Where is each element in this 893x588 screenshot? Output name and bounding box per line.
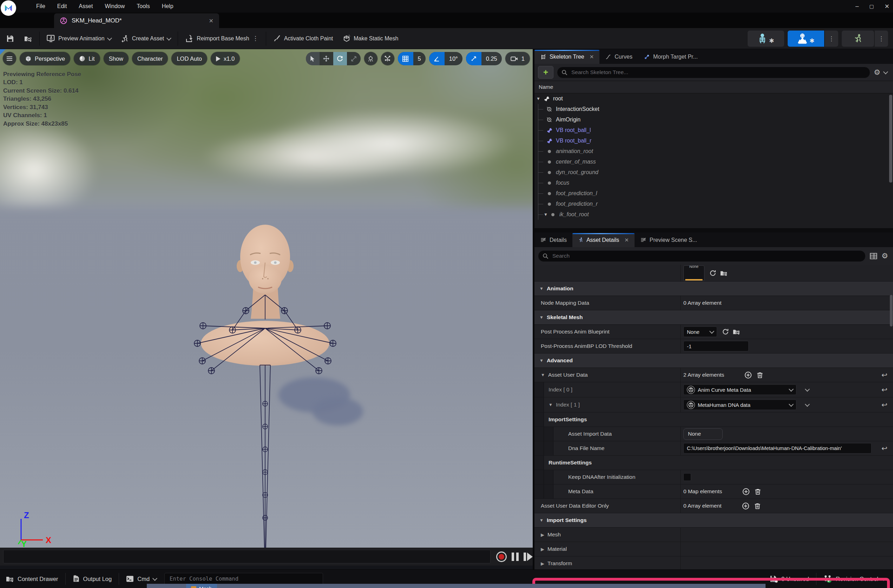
expander-icon[interactable]: ▼ xyxy=(540,315,544,320)
viewport-menu-button[interactable] xyxy=(3,52,16,65)
number-input[interactable]: -1 xyxy=(683,341,749,351)
expander-icon[interactable]: ▼ xyxy=(540,518,544,523)
skeleton-search-box[interactable] xyxy=(557,67,870,78)
playback-speed-button[interactable]: x1.0 xyxy=(211,52,240,65)
tree-column-header[interactable]: Name xyxy=(534,81,893,93)
property-label-cell[interactable]: Meta Data xyxy=(534,484,681,498)
property-label-cell[interactable]: Asset User Data Editor Only xyxy=(534,499,681,513)
property-label-cell[interactable]: Keep DNAAfter Initialization xyxy=(534,470,681,484)
content-drawer-button[interactable]: Content Drawer xyxy=(0,570,64,588)
expander-icon[interactable]: ▶ xyxy=(541,547,544,552)
section-skeletal-mesh[interactable]: ▼Skeletal Mesh xyxy=(534,310,893,325)
menu-tools[interactable]: Tools xyxy=(131,3,156,9)
reimport-base-mesh-button[interactable]: Reimport Base Mesh ⋮ xyxy=(180,28,263,49)
scale-tool-button[interactable] xyxy=(347,52,361,65)
maximize-button[interactable]: ▢ xyxy=(869,3,874,9)
make-static-mesh-button[interactable]: Make Static Mesh xyxy=(338,28,403,49)
tab-details[interactable]: Details xyxy=(534,233,573,247)
menu-asset[interactable]: Asset xyxy=(73,3,99,9)
coordinate-system-button[interactable] xyxy=(364,52,377,65)
tree-item-root[interactable]: ▼root xyxy=(534,93,893,104)
expander-icon[interactable]: ▼ xyxy=(534,96,542,101)
details-search-input[interactable] xyxy=(552,252,861,260)
grid-snap-control[interactable]: 5 xyxy=(398,52,425,65)
property-label-cell[interactable]: Index [ 0 ] xyxy=(534,382,681,397)
details-settings-gear-icon[interactable]: ⚙ xyxy=(881,252,888,260)
reset-to-default-icon[interactable]: ↩ xyxy=(881,371,887,379)
checkbox[interactable] xyxy=(683,473,691,481)
expander-icon[interactable]: ▶ xyxy=(541,532,544,537)
use-selected-asset-button[interactable] xyxy=(710,270,716,277)
property-label-cell[interactable]: Asset Import Data xyxy=(534,427,681,441)
section-advanced[interactable]: ▼Advanced xyxy=(534,354,893,368)
expander-icon[interactable]: ▶ xyxy=(541,561,544,566)
panel-splitter-horizontal[interactable] xyxy=(534,228,893,232)
tree-item-ik-foot-root[interactable]: ▼ik_foot_root xyxy=(534,209,893,220)
move-tool-button[interactable] xyxy=(320,52,333,65)
step-forward-button[interactable] xyxy=(523,552,533,561)
tree-item-aimorigin[interactable]: AimOrigin xyxy=(534,114,893,125)
animation-asset-button[interactable] xyxy=(842,30,874,47)
dna-file-path-input[interactable]: C:\Users\brotherjoon\Downloads\MetaHuman… xyxy=(683,443,872,453)
tree-item-center-of-mass[interactable]: center_of_mass xyxy=(534,157,893,167)
activate-cloth-paint-button[interactable]: Activate Cloth Paint xyxy=(268,28,338,49)
reset-to-default-icon[interactable]: ↩ xyxy=(881,444,887,453)
rotate-tool-button[interactable] xyxy=(333,52,347,65)
menu-help[interactable]: Help xyxy=(156,3,179,9)
tab-preview-scene-s[interactable]: Preview Scene S... xyxy=(634,233,703,247)
browse-to-asset-button[interactable] xyxy=(19,28,37,49)
menu-edit[interactable]: Edit xyxy=(51,3,73,9)
property-label-cell[interactable]: Post Process Anim Blueprint xyxy=(534,325,681,339)
details-scrollbar[interactable] xyxy=(890,295,893,327)
record-button[interactable] xyxy=(496,552,507,562)
tab-curves[interactable]: Curves xyxy=(600,50,638,64)
property-label-cell[interactable]: Node Mapping Data xyxy=(534,296,681,310)
property-label-cell[interactable]: ImportSettings xyxy=(534,412,681,426)
clear-array-button[interactable] xyxy=(755,488,761,495)
lod-auto-button[interactable]: LOD Auto xyxy=(171,52,207,65)
tab-skm-head-mod[interactable]: SKM_Head_MOD* ✕ xyxy=(54,14,219,28)
property-label-cell[interactable]: ▼Index [ 1 ] xyxy=(534,398,681,412)
chevron-down-icon[interactable] xyxy=(883,69,888,74)
scale-snap-control[interactable]: 0.25 xyxy=(466,52,502,65)
console-command-input[interactable] xyxy=(169,575,319,582)
expander-icon[interactable]: ▼ xyxy=(540,286,544,291)
viewport-canvas[interactable]: Perspective Lit Show Character LOD Auto … xyxy=(0,49,533,548)
tree-item-vb-root-ball-l[interactable]: VB root_ball_l xyxy=(534,125,893,135)
rotation-snap-control[interactable]: 10° xyxy=(429,52,463,65)
menu-file[interactable]: File xyxy=(30,3,51,9)
asset-select-dropdown[interactable]: None xyxy=(683,327,717,337)
tab-close-icon[interactable]: ✕ xyxy=(589,54,594,60)
add-bone-button[interactable]: + xyxy=(538,66,553,79)
snap-settings-button[interactable] xyxy=(381,52,394,65)
tree-item-vb-root-ball-r[interactable]: VB root_ball_r xyxy=(534,135,893,146)
camera-speed-control[interactable]: 1 xyxy=(505,52,530,65)
property-label-cell[interactable]: ▶Mesh xyxy=(534,528,681,542)
browse-to-asset-button[interactable] xyxy=(720,270,728,277)
asset-user-data-class-dropdown[interactable]: MetaHuman DNA data xyxy=(683,399,797,410)
tab-asset-details[interactable]: Asset Details✕ xyxy=(573,233,634,247)
asset-user-data-class-dropdown[interactable]: Anim Curve Meta Data xyxy=(683,384,797,395)
tree-item-foot-prediction-l[interactable]: foot_prediction_l xyxy=(534,188,893,199)
section-import-settings[interactable]: ▼Import Settings xyxy=(534,513,893,528)
tab-skeleton-tree[interactable]: Skeleton Tree✕ xyxy=(534,50,600,64)
expander-icon[interactable]: ▼ xyxy=(540,358,544,363)
3d-viewport[interactable]: Perspective Lit Show Character LOD Auto … xyxy=(0,49,533,569)
revision-control-button[interactable]: Revision Control xyxy=(818,570,893,588)
tab-close-icon[interactable]: ✕ xyxy=(209,18,213,24)
close-window-button[interactable]: ✕ xyxy=(885,3,890,10)
property-label-cell[interactable]: ▶Material xyxy=(534,542,681,556)
preview-animation-button[interactable]: Preview Animation xyxy=(42,28,116,49)
tree-item-interactionsocket[interactable]: InteractionSocket xyxy=(534,104,893,114)
tree-item-foot-prediction-r[interactable]: foot_prediction_r xyxy=(534,199,893,209)
create-asset-button[interactable]: Create Asset xyxy=(116,28,176,49)
tree-scrollbar[interactable] xyxy=(889,95,892,183)
expander-icon[interactable]: ▼ xyxy=(549,402,553,407)
property-label-cell[interactable]: RuntimeSettings xyxy=(534,456,681,470)
details-search-box[interactable] xyxy=(538,250,866,262)
clear-array-button[interactable] xyxy=(757,371,763,378)
asset-import-data-box[interactable]: None xyxy=(683,428,723,440)
unsaved-assets-button[interactable]: ✱ 3 Unsaved xyxy=(764,570,815,588)
add-element-button[interactable] xyxy=(742,488,750,495)
clear-array-button[interactable] xyxy=(754,502,761,509)
